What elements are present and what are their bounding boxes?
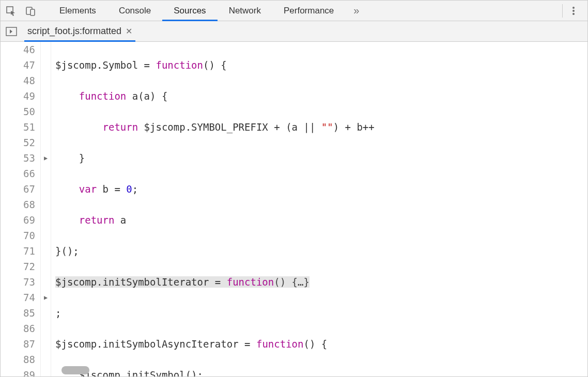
svg-point-4 bbox=[572, 10, 575, 12]
line-number[interactable]: 68 bbox=[1, 197, 35, 212]
tabs-overflow-icon[interactable]: » bbox=[345, 5, 367, 17]
close-icon[interactable]: ✕ bbox=[126, 26, 132, 36]
inspect-icon[interactable] bbox=[6, 6, 16, 16]
file-tab[interactable]: script_foot.js:formatted ✕ bbox=[24, 21, 135, 42]
file-navigator-icon[interactable] bbox=[6, 27, 17, 36]
fold-toggle-icon[interactable]: ▶ bbox=[41, 150, 51, 166]
fold-toggle-icon[interactable]: ▶ bbox=[41, 290, 51, 305]
fold-gutter: ▶ ▶ bbox=[41, 42, 51, 376]
toolbar-left-icons bbox=[6, 6, 48, 16]
line-number[interactable]: 50 bbox=[1, 104, 35, 119]
horizontal-scrollbar[interactable] bbox=[61, 366, 89, 374]
line-number[interactable]: 47 bbox=[1, 57, 35, 73]
code-area[interactable]: $jscomp.Symbol = function() { function a… bbox=[51, 42, 587, 376]
tab-elements[interactable]: Elements bbox=[48, 1, 107, 21]
line-number[interactable]: 72 bbox=[1, 259, 35, 274]
tab-network[interactable]: Network bbox=[218, 1, 272, 21]
source-editor: 46 47 48 49 50 51 52 53 66 67 68 69 70 7… bbox=[1, 42, 587, 376]
line-number[interactable]: 74 bbox=[1, 290, 35, 305]
line-number[interactable]: 48 bbox=[1, 73, 35, 88]
line-number[interactable]: 67 bbox=[1, 181, 35, 197]
line-number[interactable]: 52 bbox=[1, 135, 35, 150]
line-number[interactable]: 71 bbox=[1, 243, 35, 259]
line-number[interactable]: 51 bbox=[1, 119, 35, 135]
line-number[interactable]: 46 bbox=[1, 42, 35, 57]
tab-performance[interactable]: Performance bbox=[272, 1, 345, 21]
tab-sources[interactable]: Sources bbox=[162, 1, 217, 21]
file-tab-label: script_foot.js:formatted bbox=[27, 26, 121, 37]
file-tab-bar: script_foot.js:formatted ✕ bbox=[1, 21, 587, 42]
line-number[interactable]: 86 bbox=[1, 321, 35, 336]
toolbar-separator bbox=[562, 4, 563, 18]
device-toggle-icon[interactable] bbox=[25, 6, 36, 16]
line-number[interactable]: 49 bbox=[1, 88, 35, 104]
line-number[interactable]: 70 bbox=[1, 228, 35, 243]
devtools-toolbar: Elements Console Sources Network Perform… bbox=[1, 1, 587, 21]
svg-point-3 bbox=[572, 7, 575, 9]
line-number[interactable]: 69 bbox=[1, 212, 35, 228]
line-number[interactable]: 89 bbox=[1, 367, 35, 376]
tab-console[interactable]: Console bbox=[107, 1, 162, 21]
line-number[interactable]: 85 bbox=[1, 305, 35, 321]
svg-point-5 bbox=[572, 13, 575, 15]
line-number[interactable]: 66 bbox=[1, 166, 35, 181]
panel-tabs: Elements Console Sources Network Perform… bbox=[48, 1, 560, 21]
line-number[interactable]: 88 bbox=[1, 352, 35, 367]
line-number[interactable]: 73 bbox=[1, 274, 35, 290]
line-number[interactable]: 53 bbox=[1, 150, 35, 166]
svg-rect-2 bbox=[30, 9, 35, 15]
settings-menu-icon[interactable] bbox=[565, 1, 582, 21]
line-number[interactable]: 87 bbox=[1, 336, 35, 352]
line-gutter: 46 47 48 49 50 51 52 53 66 67 68 69 70 7… bbox=[1, 42, 41, 376]
